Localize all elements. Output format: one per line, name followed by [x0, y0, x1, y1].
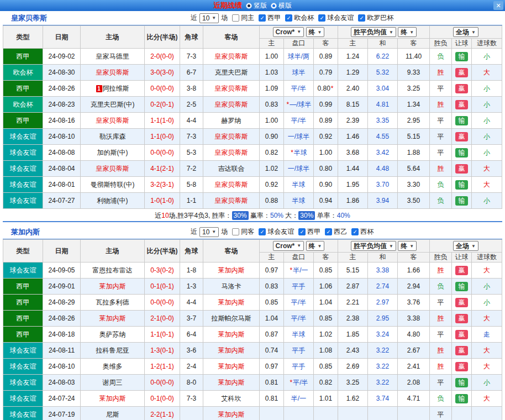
avg-home-cell: 1.24	[338, 49, 368, 65]
league-filter-checkbox[interactable]: ✓西甲	[298, 227, 320, 237]
handicap-result-cell: 输	[452, 177, 472, 193]
away-odds-cell: 1.00	[314, 145, 338, 161]
home-team-name[interactable]: 富恩拉布雷达	[93, 266, 133, 274]
home-team-name[interactable]: 奥萨苏纳	[99, 330, 126, 338]
league-filter-checkbox[interactable]: ✓球会友谊	[318, 13, 354, 23]
away-team-name[interactable]: 皇家贝蒂斯	[215, 133, 248, 140]
league-filter-checkbox[interactable]: ✓西乙	[325, 227, 347, 237]
league-filter-checkbox[interactable]: ✓西甲	[259, 13, 281, 23]
away-team-name[interactable]: 拉斯帕尔马斯	[212, 314, 251, 322]
result-cell: 平	[430, 327, 452, 343]
bookmaker-select[interactable]: Crow*▼	[273, 27, 304, 37]
avg-final-select[interactable]: 终▼	[398, 241, 417, 251]
league-filter-checkbox[interactable]: ✓欧会杯	[285, 13, 314, 23]
chevron-down-icon: ▼	[389, 30, 393, 35]
checkbox-icon[interactable]: ✓	[259, 14, 266, 22]
checkbox-icon[interactable]: ✓	[285, 14, 292, 22]
layout-horizontal-option[interactable]: 横版	[271, 1, 292, 11]
home-team-name[interactable]: 曼彻斯特联(中)	[91, 181, 135, 188]
away-team-name[interactable]: 吉达联合	[218, 165, 245, 172]
home-team-name[interactable]: 尼斯	[106, 411, 119, 418]
checkbox-icon[interactable]: ✓	[259, 228, 266, 235]
layout-vertical-option[interactable]: 竖版	[246, 1, 267, 11]
home-team-name[interactable]: 皇家马德里	[96, 53, 129, 60]
subcol-handicap-result: 让球	[452, 39, 472, 49]
home-team-name[interactable]: 克里夫巴斯(中)	[91, 101, 135, 108]
home-team-name[interactable]: 阿拉维斯	[103, 85, 129, 92]
results-body: 西甲 24-09-02 皇家马德里 2-0(0-0) 7-3 皇家贝蒂斯 1.0…	[3, 49, 502, 209]
score-cell: 1-1(0-0)	[145, 129, 180, 145]
scope-select[interactable]: 全场▼	[453, 27, 478, 37]
bookmaker-select[interactable]: Crow*▼	[273, 241, 304, 251]
away-team-name[interactable]: 莱加内斯	[218, 330, 245, 338]
home-team-name[interactable]: 加的斯(中)	[97, 149, 128, 156]
home-team-name[interactable]: 莱加内斯	[99, 314, 126, 322]
col-corner: 角球	[180, 26, 203, 49]
away-team-name[interactable]: 莱加内斯	[218, 298, 245, 306]
home-team-name[interactable]: 皇家贝蒂斯	[96, 117, 129, 124]
away-team-name[interactable]: 皇家贝蒂斯	[215, 101, 248, 108]
recent-count-select[interactable]: 10▼	[199, 13, 219, 23]
odds-final-select[interactable]: 终▼	[306, 241, 325, 251]
handicap-result-badge: 输	[455, 378, 468, 387]
home-team-cell: 利物浦(中)	[81, 193, 145, 209]
avg-draw-cell: 4.48	[368, 161, 398, 177]
home-team-name[interactable]: 皇家贝蒂斯	[96, 69, 129, 76]
recent-count-select[interactable]: 10▼	[199, 227, 219, 237]
league-filter-checkbox[interactable]: ✓西杯	[351, 227, 374, 237]
league-filter-checkbox[interactable]: ✓欧罗巴杯	[358, 13, 393, 23]
checkbox-icon[interactable]: ✓	[318, 14, 325, 22]
same-venue-checkbox[interactable]: 同主	[232, 13, 254, 23]
home-team-name[interactable]: 莱加内斯	[99, 282, 126, 290]
away-team-name[interactable]: 马洛卡	[222, 282, 241, 290]
scope-select[interactable]: 全场▼	[453, 241, 478, 251]
home-team-name[interactable]: 利物浦(中)	[97, 197, 128, 204]
league-filter-checkbox[interactable]: ✓球会友谊	[259, 227, 294, 237]
avg-home-cell: 2.39	[338, 113, 368, 129]
home-team-name[interactable]: 莱加内斯	[99, 395, 126, 402]
close-button[interactable]: ✕	[493, 1, 503, 10]
radio-vertical-icon[interactable]	[246, 3, 252, 9]
home-odds-cell: 0.81	[260, 391, 284, 407]
avg-away-cell: 2.67	[398, 343, 430, 359]
home-team-name[interactable]: 瓦拉多利德	[96, 298, 129, 306]
checkbox-icon[interactable]: ✓	[325, 228, 332, 235]
away-team-name[interactable]: 皇家贝蒂斯	[215, 149, 248, 156]
away-team-name[interactable]: 赫罗纳	[222, 117, 241, 124]
away-team-name[interactable]: 莱加内斯	[218, 379, 245, 386]
away-team-name[interactable]: 莱加内斯	[218, 411, 245, 418]
away-team-name[interactable]: 莱加内斯	[218, 266, 245, 274]
away-team-name[interactable]: 皇家贝蒂斯	[215, 53, 248, 60]
same-venue-checkbox[interactable]: 同客	[232, 227, 254, 237]
avg-final-select[interactable]: 终▼	[398, 27, 417, 37]
avg-select[interactable]: 胜平负均值▼	[351, 27, 396, 37]
avg-select-value: 胜平负均值	[354, 28, 387, 37]
home-team-name[interactable]: 奥维多	[103, 363, 123, 370]
home-team-name[interactable]: 谢周三	[103, 379, 123, 386]
match-row: 球会友谊 24-08-10 勒沃库森 1-1(0-0) 7-3 皇家贝蒂斯 0.…	[3, 129, 502, 145]
away-team-name[interactable]: 皇家贝蒂斯	[215, 181, 248, 188]
handicap-cell	[284, 407, 314, 420]
home-team-name[interactable]: 皇家贝蒂斯	[96, 165, 129, 172]
radio-horizontal-icon[interactable]	[271, 3, 277, 9]
checkbox-icon[interactable]	[232, 228, 239, 235]
checkbox-icon[interactable]: ✓	[298, 228, 306, 235]
score-cell: 1-1(0-1)	[145, 327, 180, 343]
home-team-name[interactable]: 勒沃库森	[99, 133, 126, 140]
away-team-name[interactable]: 莱加内斯	[218, 363, 245, 370]
away-team-name[interactable]: 皇家贝蒂斯	[215, 85, 248, 92]
away-team-name[interactable]: 艾科坎	[222, 395, 241, 402]
away-team-name[interactable]: 克里夫巴斯	[215, 69, 248, 76]
handicap-result-badge: 输	[455, 52, 468, 61]
avg-select[interactable]: 胜平负均值▼	[351, 241, 396, 251]
checkbox-icon[interactable]: ✓	[358, 14, 365, 22]
away-team-name[interactable]: 莱加内斯	[218, 347, 245, 354]
odds-final-select[interactable]: 终▼	[306, 27, 325, 37]
checkbox-icon[interactable]: ✓	[351, 228, 359, 235]
subcol-odds-home: 主	[260, 39, 284, 49]
home-team-name[interactable]: 拉科鲁尼亚	[96, 347, 129, 354]
handicap-cell: 平手	[284, 279, 314, 295]
checkbox-icon[interactable]	[232, 14, 239, 22]
away-team-name[interactable]: 皇家贝蒂斯	[215, 197, 248, 204]
avg-away-cell: 5.15	[398, 129, 430, 145]
